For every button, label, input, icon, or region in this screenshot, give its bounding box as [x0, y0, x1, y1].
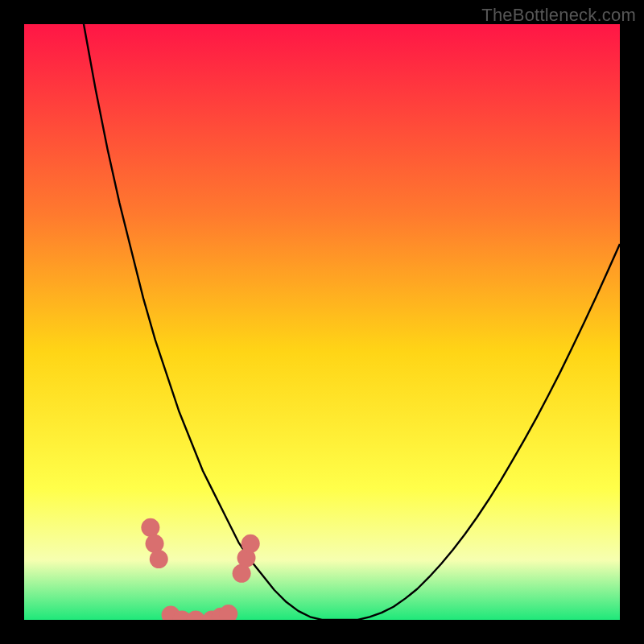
plot-area: [24, 24, 620, 620]
curve-marker: [150, 550, 168, 568]
curve-marker: [141, 518, 159, 537]
curve-layer: [24, 24, 620, 620]
curve-marker: [146, 535, 164, 553]
bottleneck-curve: [24, 24, 620, 620]
curve-markers: [141, 518, 259, 620]
curve-marker: [187, 611, 205, 621]
chart-frame: TheBottleneck.com: [0, 0, 644, 644]
watermark-text: TheBottleneck.com: [481, 5, 636, 26]
curve-marker: [219, 605, 237, 620]
curve-marker: [242, 535, 260, 553]
